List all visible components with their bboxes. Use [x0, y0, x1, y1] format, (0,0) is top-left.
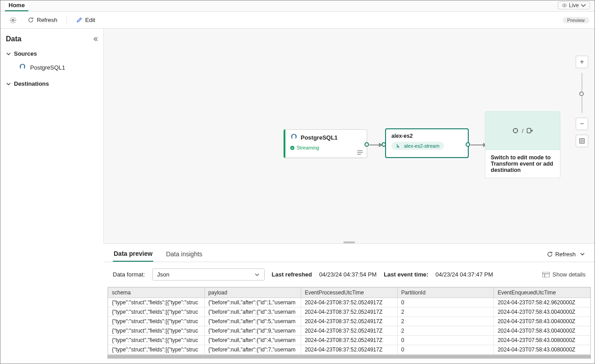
sidebar-section-sources[interactable]: Sources — [6, 50, 98, 57]
column-header[interactable]: payload — [204, 288, 301, 298]
bottom-refresh-button[interactable]: Refresh — [546, 251, 576, 258]
settings-button[interactable] — [6, 15, 20, 26]
edit-button[interactable]: Edit — [72, 15, 99, 25]
gear-icon — [9, 17, 17, 24]
stream-chip[interactable]: alex-es2-stream — [391, 142, 444, 150]
table-cell: 2024-04-23T08:37:52.0524917Z — [301, 298, 398, 307]
sidebar-section-destinations[interactable]: Destinations — [6, 80, 98, 87]
svg-rect-7 — [542, 272, 550, 277]
table-row[interactable]: {"type":"struct","fields":[{"type":"stru… — [108, 307, 591, 317]
svg-rect-2 — [580, 139, 584, 143]
zoom-in-button[interactable]: + — [576, 56, 588, 68]
table-cell: {"before":null,"after":{"id":7,"usernam — [204, 345, 301, 355]
table-cell: {"type":"struct","fields":[{"type":"stru… — [108, 345, 205, 355]
column-header[interactable]: EventProcessedUtcTime — [301, 288, 398, 298]
table-cell: 2024-04-23T07:58:43.0040000Z — [494, 326, 591, 336]
last-refreshed-label: Last refreshed — [272, 271, 312, 278]
postgresql-icon — [18, 63, 27, 71]
zoom-out-button[interactable]: − — [576, 118, 588, 130]
zoom-fit-button[interactable] — [576, 135, 588, 147]
refresh-icon — [27, 17, 34, 23]
node-source-postgresql1[interactable]: PostgreSQL1 Streaming — [284, 129, 367, 158]
sidebar-item-postgresql1[interactable]: PostgreSQL1 — [6, 61, 98, 74]
data-grid[interactable]: schemapayloadEventProcessedUtcTimePartit… — [107, 287, 591, 355]
connector-2 — [471, 145, 484, 145]
column-header[interactable]: schema — [108, 288, 205, 298]
table-cell: 2024-04-23T08:37:52.0524917Z — [301, 326, 398, 336]
stream-icon — [396, 143, 401, 149]
table-row[interactable]: {"type":"struct","fields":[{"type":"stru… — [108, 298, 591, 307]
canvas[interactable]: + − PostgreSQL1 Streaming — [104, 29, 595, 243]
destinations-label: Destinations — [14, 80, 49, 87]
port-stream-out[interactable] — [466, 142, 470, 147]
tab-data-preview[interactable]: Data preview — [113, 246, 153, 262]
transform-icon — [512, 127, 519, 134]
tab-data-insights[interactable]: Data insights — [165, 247, 203, 261]
table-cell: {"type":"struct","fields":[{"type":"stru… — [108, 317, 205, 326]
last-refreshed-value: 04/23/24 04:37:54 PM — [319, 271, 377, 278]
stream-chip-label: alex-es2-stream — [404, 143, 440, 149]
bottom-panel-toggle[interactable] — [579, 251, 586, 257]
check-circle-icon — [290, 145, 295, 150]
panel-resize-handle[interactable] — [343, 241, 355, 243]
table-row[interactable]: {"type":"struct","fields":[{"type":"stru… — [108, 336, 591, 345]
svg-point-1 — [12, 19, 14, 21]
table-cell: {"before":null,"after":{"id":1,"usernam — [204, 298, 301, 307]
live-toggle[interactable]: Live — [558, 1, 590, 9]
svg-point-0 — [564, 5, 565, 6]
details-icon — [542, 272, 550, 277]
horizontal-scrollbar[interactable] — [107, 355, 591, 359]
node-stream-title: alex-es2 — [391, 133, 462, 139]
last-event-value: 04/23/24 04:37:47 PM — [435, 271, 493, 278]
table-row[interactable]: {"type":"struct","fields":[{"type":"stru… — [108, 326, 591, 336]
zoom-thumb[interactable] — [579, 92, 584, 96]
tab-home[interactable]: Home — [5, 0, 28, 11]
zoom-slider[interactable] — [582, 73, 582, 113]
sidebar: Data Sources PostgreSQL1 Destinations — [0, 29, 104, 243]
table-cell: 2 — [397, 326, 494, 336]
table-cell: {"before":null,"after":{"id":3,"usernam — [204, 307, 301, 317]
table-cell: 0 — [397, 336, 494, 345]
table-cell: 0 — [397, 345, 494, 355]
toolbar-divider — [67, 15, 67, 25]
show-details-button[interactable]: Show details — [542, 271, 586, 278]
chevron-down-icon — [581, 3, 586, 8]
table-cell: 2024-04-23T08:37:52.0524917Z — [301, 317, 398, 326]
menu-icon — [357, 150, 363, 155]
node-stream-alex-es2[interactable]: alex-es2 alex-es2-stream — [385, 128, 469, 158]
table-cell: {"type":"struct","fields":[{"type":"stru… — [108, 326, 205, 336]
table-cell: 2024-04-23T07:58:43.0080000Z — [494, 336, 591, 345]
table-cell: 2 — [397, 307, 494, 317]
refresh-label: Refresh — [37, 17, 58, 23]
node-source-status: Streaming — [297, 145, 319, 150]
table-cell: {"type":"struct","fields":[{"type":"stru… — [108, 307, 205, 317]
table-cell: {"type":"struct","fields":[{"type":"stru… — [108, 336, 205, 345]
source-item-label: PostgreSQL1 — [30, 64, 65, 71]
refresh-button[interactable]: Refresh — [24, 15, 61, 25]
postgresql-icon — [290, 133, 298, 141]
table-cell: 2024-04-23T08:37:52.0524917Z — [301, 345, 398, 355]
port-source-out[interactable] — [364, 142, 369, 147]
data-format-label: Data format: — [113, 271, 145, 278]
sources-label: Sources — [14, 50, 37, 57]
edit-label: Edit — [85, 17, 95, 23]
preview-badge: Preview — [563, 17, 589, 23]
table-row[interactable]: {"type":"struct","fields":[{"type":"stru… — [108, 345, 591, 355]
table-cell: 2024-04-23T08:37:52.0524917Z — [301, 336, 398, 345]
column-header[interactable]: PartitionId — [397, 288, 494, 298]
chevron-down-icon — [6, 51, 11, 57]
data-format-select[interactable]: Json — [152, 268, 265, 281]
separator: / — [522, 127, 524, 134]
edit-icon — [76, 17, 83, 23]
collapse-sidebar-icon[interactable] — [92, 36, 98, 42]
table-cell: {"type":"struct","fields":[{"type":"stru… — [108, 298, 205, 307]
column-header[interactable]: EventEnqueuedUtcTime — [494, 288, 591, 298]
live-label: Live — [569, 2, 579, 9]
svg-rect-6 — [527, 128, 531, 133]
node-destination-placeholder[interactable]: / Switch to edit mode to Transform event… — [485, 111, 560, 182]
table-row[interactable]: {"type":"struct","fields":[{"type":"stru… — [108, 317, 591, 326]
node-source-menu[interactable] — [357, 150, 363, 155]
table-cell: {"before":null,"after":{"id":4,"usernam — [204, 336, 301, 345]
chevron-down-icon — [579, 251, 586, 257]
table-cell: 2024-04-23T07:58:42.9620000Z — [494, 298, 591, 307]
